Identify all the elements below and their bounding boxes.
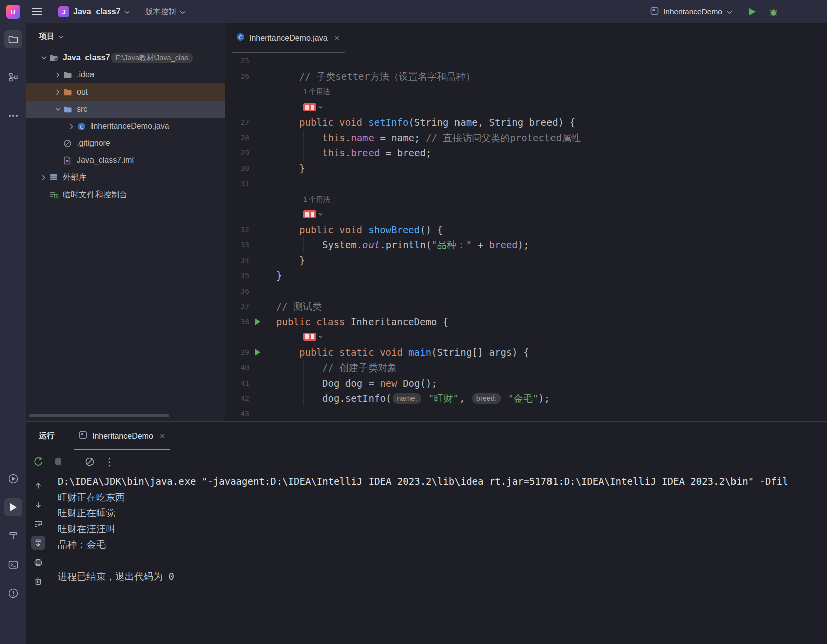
code-token: main bbox=[408, 347, 431, 358]
clear-console-button[interactable] bbox=[31, 574, 45, 588]
tree-label: .idea bbox=[77, 70, 95, 79]
author-badge-inlay[interactable] bbox=[225, 207, 827, 222]
java-class-icon: C bbox=[236, 33, 245, 43]
more-options-button[interactable]: ⋮ bbox=[104, 455, 116, 468]
more-tool-windows-button[interactable] bbox=[4, 107, 22, 125]
console-line: 旺财在汪汪叫 bbox=[58, 521, 827, 537]
soft-wrap-button[interactable] bbox=[31, 517, 45, 531]
chevron-right-icon[interactable] bbox=[52, 72, 63, 78]
code-token: . bbox=[345, 132, 351, 143]
usages-inlay[interactable]: 1 个用法 bbox=[225, 192, 827, 207]
indent-guide bbox=[303, 237, 304, 253]
close-icon[interactable]: × bbox=[334, 33, 340, 43]
project-selector[interactable]: J Java_class7 bbox=[54, 4, 134, 20]
tree-row-临时文件和控制台[interactable]: 临时文件和控制台 bbox=[26, 186, 225, 203]
coverage-button[interactable] bbox=[83, 455, 96, 468]
chevron-down-icon[interactable] bbox=[52, 107, 63, 111]
tree-row--gitignore[interactable]: .gitignore bbox=[26, 135, 225, 152]
project-panel: 项目 Java_class7F:\Java教材\Java_clas.ideaou… bbox=[26, 23, 225, 421]
code-token: = breed; bbox=[380, 147, 431, 158]
chevron-right-icon[interactable] bbox=[66, 124, 77, 129]
vcs-selector[interactable]: 版本控制 bbox=[141, 4, 190, 20]
author-badge-inlay[interactable] bbox=[225, 329, 827, 345]
code-token: name bbox=[351, 132, 374, 143]
line-number: 29 bbox=[225, 145, 249, 161]
code-line-39: 39public static void main(String[] args)… bbox=[225, 345, 827, 360]
console-output: D:\IDEA\JDK\bin\java.exe "-javaagent:D:\… bbox=[50, 473, 827, 644]
run-tool-button[interactable] bbox=[4, 498, 22, 516]
java-class-icon: C bbox=[77, 122, 87, 131]
editor-gutter bbox=[249, 360, 276, 376]
tree-row-java-class7[interactable]: Java_class7F:\Java教材\Java_clas bbox=[26, 49, 225, 66]
editor-gutter bbox=[249, 176, 276, 192]
rerun-button[interactable] bbox=[32, 455, 44, 468]
problems-icon bbox=[8, 588, 19, 599]
tree-row-src[interactable]: src bbox=[26, 101, 225, 118]
trash-icon bbox=[34, 577, 43, 586]
run-line-icon[interactable] bbox=[254, 318, 261, 326]
app-window-icon bbox=[650, 7, 659, 17]
vcs-label: 版本控制 bbox=[145, 7, 176, 17]
arrow-up-icon bbox=[34, 482, 42, 490]
horizontal-scrollbar[interactable] bbox=[29, 414, 169, 417]
run-line-icon[interactable] bbox=[254, 348, 261, 356]
code-line-30: 30} bbox=[225, 161, 827, 176]
line-number: 42 bbox=[225, 391, 249, 406]
line-number: 38 bbox=[225, 314, 249, 330]
code-token: public static void bbox=[299, 347, 408, 358]
code-line-25: 25 bbox=[225, 53, 827, 69]
project-panel-header[interactable]: 项目 bbox=[26, 23, 225, 49]
problems-tool-button[interactable] bbox=[4, 584, 22, 602]
usages-inlay[interactable]: 1 个用法 bbox=[225, 84, 827, 100]
code-token: . bbox=[345, 147, 351, 158]
tree-row-out[interactable]: out bbox=[26, 83, 225, 101]
down-stack-trace-button[interactable] bbox=[31, 498, 45, 512]
code-token: dog.setInfo( bbox=[322, 393, 391, 404]
services-tool-button[interactable] bbox=[4, 470, 22, 488]
chevron-right-icon[interactable] bbox=[38, 175, 49, 180]
chevron-down-icon bbox=[318, 335, 323, 338]
code-token: breed bbox=[489, 239, 518, 250]
chevron-right-icon[interactable] bbox=[52, 89, 63, 95]
run-button[interactable] bbox=[744, 3, 761, 20]
run-tab[interactable]: InheritanceDemo × bbox=[73, 422, 171, 450]
chevron-down-icon[interactable] bbox=[38, 56, 49, 60]
build-tool-button[interactable] bbox=[4, 527, 22, 545]
close-icon[interactable]: × bbox=[160, 431, 165, 441]
editor-tab[interactable]: C InheritanceDemo.java × bbox=[230, 23, 347, 53]
code-token: this bbox=[322, 132, 345, 143]
code-line-26: 26// 子类setter方法（设置名字和品种） bbox=[225, 69, 827, 84]
main-toolbar: IJ J Java_class7 版本控制 InheritanceDemo bbox=[0, 0, 827, 23]
print-button[interactable] bbox=[31, 555, 45, 569]
tree-row-inheritancedemo-java[interactable]: CInheritanceDemo.java bbox=[26, 118, 225, 135]
line-number: 35 bbox=[225, 268, 249, 284]
editor-gutter bbox=[249, 222, 276, 238]
tree-label: 临时文件和控制台 bbox=[63, 190, 127, 200]
run-configuration-widget[interactable]: InheritanceDemo bbox=[646, 4, 737, 20]
up-stack-trace-button[interactable] bbox=[31, 479, 45, 493]
stop-button[interactable] bbox=[52, 455, 64, 468]
scroll-to-end-button[interactable] bbox=[31, 536, 45, 550]
editor-gutter bbox=[249, 314, 276, 330]
project-panel-title: 项目 bbox=[39, 31, 55, 42]
chevron-down-icon bbox=[727, 7, 732, 16]
console-line: 旺财正在睡觉 bbox=[58, 505, 827, 521]
code-token: = name; bbox=[374, 132, 426, 143]
editor-area: C InheritanceDemo.java × 2526// 子类setter… bbox=[225, 23, 827, 421]
terminal-tool-button[interactable] bbox=[4, 556, 22, 574]
line-number: 27 bbox=[225, 115, 249, 130]
author-badge-inlay[interactable] bbox=[225, 100, 827, 115]
code-token: " bbox=[466, 239, 472, 250]
line-number: 28 bbox=[225, 130, 249, 146]
bug-icon bbox=[769, 7, 778, 17]
structure-tool-button[interactable] bbox=[4, 68, 22, 86]
project-tool-button[interactable] bbox=[4, 30, 22, 48]
chevron-down-icon bbox=[124, 7, 130, 16]
stop-icon bbox=[53, 456, 63, 467]
tree-row-外部库[interactable]: 外部库 bbox=[26, 169, 225, 186]
debug-button[interactable] bbox=[765, 3, 782, 20]
main-menu-button[interactable] bbox=[28, 3, 45, 20]
tree-row--idea[interactable]: .idea bbox=[26, 66, 225, 83]
tree-row-java-class7-iml[interactable]: Java_class7.iml bbox=[26, 152, 225, 169]
ide-window: IJ J Java_class7 版本控制 InheritanceDemo bbox=[0, 0, 827, 644]
